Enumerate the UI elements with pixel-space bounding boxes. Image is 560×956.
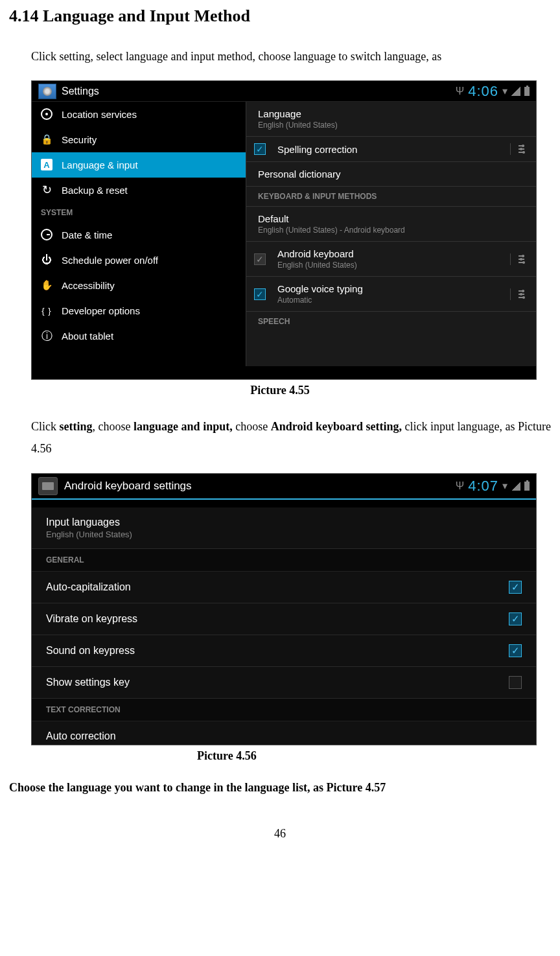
checkbox-unchecked-icon[interactable] <box>509 676 522 689</box>
row-spelling[interactable]: Spelling correction <box>246 137 536 162</box>
sidebar-label: Date & time <box>62 229 112 240</box>
braces-icon <box>41 305 52 316</box>
status-bar: Android keyboard settings 4:07 ▾ <box>32 474 536 500</box>
battery-icon <box>524 87 530 96</box>
clock: 4:06 <box>468 83 498 100</box>
location-icon <box>41 108 52 120</box>
sidebar-item-schedule[interactable]: Schedule power on/off <box>32 248 246 273</box>
section-text-correction: TEXT CORRECTION <box>32 699 536 721</box>
screenshot-keyboard-settings: Android keyboard settings 4:07 ▾ Input l… <box>31 473 537 745</box>
hand-icon <box>41 279 52 291</box>
row-title: Input languages <box>46 517 522 528</box>
paragraph-1: Click setting, select language and input… <box>31 45 551 67</box>
paragraph-3: Choose the language you want to change i… <box>9 781 551 795</box>
clock: 4:07 <box>468 478 498 495</box>
status-right: 4:07 ▾ <box>456 478 530 495</box>
sidebar-label: Backup & reset <box>62 185 128 196</box>
row-subtitle: Automatic <box>277 296 498 305</box>
row-title: Language <box>258 108 524 119</box>
row-android-keyboard[interactable]: Android keyboard English (United States) <box>246 242 536 277</box>
checkbox-checked-icon[interactable] <box>509 581 522 594</box>
sidebar-label: Location services <box>62 109 137 120</box>
row-sound[interactable]: Sound on keypress <box>32 635 536 667</box>
signal-icon <box>511 87 520 96</box>
lock-icon: 🔒 <box>41 134 52 145</box>
backup-icon <box>41 184 52 196</box>
row-title: Spelling correction <box>277 144 498 155</box>
sidebar-item-language[interactable]: A Language & input <box>32 152 246 178</box>
app-title: Android keyboard settings <box>64 480 456 493</box>
sidebar-item-datetime[interactable]: Date & time <box>32 222 246 248</box>
row-title: Default <box>258 213 524 224</box>
sidebar-item-backup[interactable]: Backup & reset <box>32 178 246 203</box>
power-icon <box>41 254 52 266</box>
sidebar-label: Developer options <box>62 305 140 316</box>
settings-sliders-icon[interactable] <box>510 253 524 265</box>
sidebar-item-accessibility[interactable]: Accessibility <box>32 273 246 298</box>
language-icon: A <box>41 159 52 170</box>
psi-icon <box>456 480 464 492</box>
section-speech: SPEECH <box>246 312 536 331</box>
row-title: Personal dictionary <box>258 169 524 180</box>
row-subtitle: English (United States) <box>277 261 498 270</box>
row-input-languages[interactable]: Input languages English (United States) <box>32 507 536 549</box>
screenshot-settings: Settings 4:06 ▾ Location services 🔒 Secu… <box>31 80 537 380</box>
app-title: Settings <box>62 86 456 97</box>
checkbox-checked-icon[interactable] <box>254 143 266 155</box>
figure-caption-2: Picture 4.56 <box>197 749 551 763</box>
nav-bar <box>32 366 536 379</box>
checkbox-checked-icon[interactable] <box>509 612 522 625</box>
sidebar-section-system: SYSTEM <box>32 203 246 222</box>
row-auto-cap[interactable]: Auto-capitalization <box>32 572 536 603</box>
checkbox-disabled-icon <box>254 253 266 265</box>
section-keyboard: KEYBOARD & INPUT METHODS <box>246 187 536 207</box>
row-subtitle: English (United States) - Android keyboa… <box>258 226 524 235</box>
row-title: Auto correction <box>46 730 522 742</box>
row-title: Auto-capitalization <box>46 581 509 593</box>
row-title: Android keyboard <box>277 248 498 259</box>
wifi-icon: ▾ <box>502 480 508 492</box>
sidebar-item-developer[interactable]: Developer options <box>32 298 246 323</box>
checkbox-checked-icon[interactable] <box>509 644 522 657</box>
sidebar-item-security[interactable]: 🔒 Security <box>32 127 246 152</box>
checkbox-checked-icon[interactable] <box>254 288 266 300</box>
row-language[interactable]: Language English (United States) <box>246 102 536 137</box>
status-right: 4:06 ▾ <box>456 83 530 100</box>
row-subtitle: English (United States) <box>46 530 522 539</box>
keyboard-app-icon <box>38 477 58 495</box>
row-subtitle: English (United States) <box>258 121 524 130</box>
page-number: 46 <box>9 827 551 841</box>
info-icon <box>41 330 52 342</box>
row-show-settings-key[interactable]: Show settings key <box>32 667 536 699</box>
wifi-icon: ▾ <box>502 85 508 97</box>
sidebar-item-about[interactable]: About tablet <box>32 323 246 349</box>
sidebar-item-location[interactable]: Location services <box>32 102 246 127</box>
row-personal-dictionary[interactable]: Personal dictionary <box>246 162 536 187</box>
settings-sliders-icon[interactable] <box>510 143 524 155</box>
sidebar-label: Accessibility <box>62 280 115 291</box>
section-heading: 4.14 Language and Input Method <box>9 6 551 26</box>
row-vibrate[interactable]: Vibrate on keypress <box>32 603 536 635</box>
row-auto-correction[interactable]: Auto correction <box>32 721 536 745</box>
sidebar-label: Language & input <box>62 159 138 170</box>
battery-icon <box>524 482 530 491</box>
paragraph-2: Click setting, choose language and input… <box>31 415 551 460</box>
sidebar-label: Schedule power on/off <box>62 255 158 266</box>
settings-app-icon <box>38 84 56 99</box>
row-title: Show settings key <box>46 677 509 688</box>
row-title: Vibrate on keypress <box>46 613 509 625</box>
row-title: Google voice typing <box>277 283 498 294</box>
row-google-voice[interactable]: Google voice typing Automatic <box>246 277 536 312</box>
row-default[interactable]: Default English (United States) - Androi… <box>246 207 536 242</box>
section-general: GENERAL <box>32 549 536 572</box>
status-bar: Settings 4:06 ▾ <box>32 81 536 102</box>
sidebar-label: About tablet <box>62 331 113 342</box>
figure-caption-1: Picture 4.55 <box>9 384 551 397</box>
signal-icon <box>511 482 520 491</box>
row-title: Sound on keypress <box>46 645 509 657</box>
psi-icon <box>456 86 464 97</box>
settings-sidebar: Location services 🔒 Security A Language … <box>32 102 246 366</box>
settings-sliders-icon[interactable] <box>510 288 524 300</box>
clock-icon <box>41 229 52 240</box>
sidebar-label: Security <box>62 134 97 145</box>
